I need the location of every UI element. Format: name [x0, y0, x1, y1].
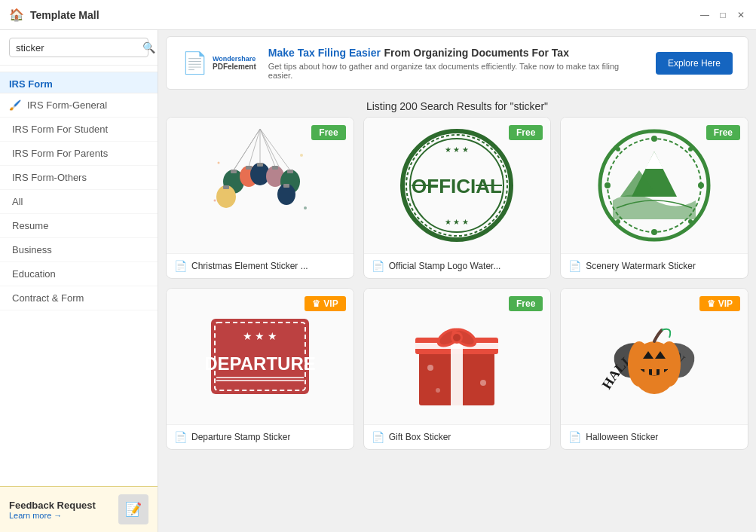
card-scenery-watermark-footer: 📄 Scenery Watermark Sticker	[561, 253, 748, 278]
svg-point-67	[628, 341, 650, 387]
results-heading-text: Listing 200 Search Results for "sticker"	[366, 100, 548, 112]
svg-point-41	[616, 219, 620, 224]
svg-rect-15	[246, 166, 252, 170]
card-christmas-badge: Free	[311, 125, 345, 140]
maximize-button[interactable]: □	[717, 9, 729, 21]
card-scenery-watermark-type-icon: 📄	[568, 260, 581, 272]
main-layout: 🔍 IRS Form 🖌️ IRS Form-General IRS Form …	[0, 30, 756, 532]
card-departure[interactable]: ♛ VIP ★ ★ ★ DEPARTURE	[166, 288, 354, 450]
sidebar-item-irs-student[interactable]: IRS Form For Student	[0, 118, 158, 142]
card-official-stamp-badge: Free	[509, 125, 543, 140]
card-gift[interactable]: Free	[363, 288, 552, 450]
feedback-box: Feedback Request Learn more → 📝	[0, 486, 158, 532]
search-input[interactable]	[16, 42, 142, 54]
banner-subtext: Get tips about how to gather and organiz…	[268, 62, 644, 80]
svg-rect-73	[660, 369, 664, 375]
vip-crown-icon-2: ♛	[707, 298, 715, 309]
feedback-title: Feedback Request	[9, 500, 112, 511]
svg-rect-72	[652, 369, 657, 375]
svg-rect-71	[644, 369, 649, 375]
svg-point-39	[616, 147, 620, 151]
results-header: Listing 200 Search Results for "sticker"	[158, 96, 756, 117]
svg-line-1	[249, 129, 260, 167]
sidebar-section-irs-form[interactable]: IRS Form	[0, 72, 158, 93]
card-official-stamp-title: Official Stamp Logo Water...	[389, 261, 501, 271]
svg-point-35	[651, 136, 657, 142]
card-departure-title: Departure Stamp Sticker	[191, 432, 290, 442]
card-halloween-footer: 📄 Halloween Sticker	[561, 424, 748, 449]
card-halloween-type-icon: 📄	[568, 431, 581, 443]
svg-line-3	[260, 129, 275, 167]
card-departure-footer: 📄 Departure Stamp Sticker	[167, 424, 354, 449]
svg-text:★ ★ ★: ★ ★ ★	[242, 330, 277, 342]
svg-point-68	[658, 341, 681, 387]
svg-point-24	[304, 206, 307, 209]
svg-rect-14	[231, 170, 237, 173]
sidebar-item-contract-form[interactable]: Contract & Form	[0, 286, 158, 310]
feedback-link[interactable]: Learn more →	[9, 511, 112, 520]
card-official-stamp-footer: 📄 Official Stamp Logo Water...	[364, 253, 551, 278]
card-official-stamp[interactable]: Free ★ ★ ★ ★ ★ ★ OFFICIAL	[363, 117, 552, 279]
card-scenery-watermark-badge: Free	[706, 125, 740, 140]
svg-rect-55	[415, 343, 498, 349]
svg-rect-19	[223, 185, 229, 189]
card-scenery-watermark-title: Scenery Watermark Sticker	[586, 261, 696, 271]
search-input-wrap: 🔍	[9, 38, 148, 57]
card-halloween-badge: ♛ VIP	[699, 296, 740, 311]
feedback-image: 📝	[118, 494, 148, 524]
svg-point-64	[436, 388, 440, 393]
svg-rect-20	[283, 184, 289, 188]
feedback-content: Feedback Request Learn more →	[9, 500, 112, 520]
svg-point-63	[480, 380, 486, 386]
banner: 📄 Wondershare PDFelement Make Tax Filing…	[166, 36, 748, 90]
svg-point-62	[427, 365, 433, 371]
sidebar-item-irs-others[interactable]: IRS Form-Others	[0, 166, 158, 190]
card-scenery-watermark[interactable]: Free	[560, 117, 748, 279]
sidebar-item-business[interactable]: Business	[0, 238, 158, 262]
banner-logo-text: Wondershare PDFelement	[213, 55, 256, 71]
banner-logo-area: 📄 Wondershare PDFelement	[182, 50, 256, 75]
card-departure-badge: ♛ VIP	[305, 296, 345, 311]
card-gift-footer: 📄 Gift Box Sticker	[364, 424, 551, 449]
sidebar-item-all[interactable]: All	[0, 190, 158, 214]
svg-point-21	[217, 162, 219, 164]
card-christmas[interactable]: Free	[166, 117, 354, 279]
svg-point-36	[651, 229, 657, 235]
svg-point-22	[300, 154, 303, 157]
vip-crown-icon: ♛	[312, 298, 320, 309]
card-christmas-footer: 📄 Christmas Element Sticker ...	[167, 253, 354, 278]
banner-headline-wrap: Make Tax Filing Easier From Organizing D…	[268, 46, 644, 60]
sidebar: 🔍 IRS Form 🖌️ IRS Form-General IRS Form …	[0, 30, 158, 532]
card-gift-type-icon: 📄	[372, 431, 384, 443]
banner-explore-button[interactable]: Explore Here	[656, 52, 733, 75]
svg-point-37	[604, 182, 611, 188]
irs-general-label: IRS Form-General	[27, 99, 107, 111]
app-icon: 🏠	[9, 8, 24, 22]
title-bar-left: 🏠 Template Mall	[9, 8, 99, 22]
svg-point-61	[453, 334, 461, 341]
sidebar-item-resume[interactable]: Resume	[0, 214, 158, 238]
svg-rect-17	[272, 166, 278, 170]
sidebar-item-education[interactable]: Education	[0, 262, 158, 286]
svg-marker-45	[645, 151, 663, 169]
irs-general-icon: 🖌️	[9, 99, 21, 111]
search-icon[interactable]: 🔍	[142, 41, 155, 54]
minimize-button[interactable]: —	[699, 9, 711, 21]
svg-text:★ ★ ★: ★ ★ ★	[445, 218, 470, 226]
card-gift-title: Gift Box Sticker	[389, 432, 451, 442]
card-departure-type-icon: 📄	[174, 431, 187, 443]
banner-text: Make Tax Filing Easier From Organizing D…	[268, 46, 644, 80]
sidebar-item-irs-parents[interactable]: IRS Form For Parents	[0, 142, 158, 166]
svg-point-42	[688, 219, 693, 224]
banner-headline: Make Tax Filing Easier	[268, 47, 381, 59]
feedback-emoji: 📝	[125, 501, 142, 518]
pdfelement-icon: 📄	[182, 50, 208, 75]
close-button[interactable]: ✕	[735, 9, 747, 21]
card-official-stamp-type-icon: 📄	[372, 260, 384, 272]
grid-area: Free	[158, 117, 756, 532]
svg-point-23	[213, 200, 216, 202]
sidebar-item-irs-general[interactable]: 🖌️ IRS Form-General	[0, 93, 158, 118]
content-area: 📄 Wondershare PDFelement Make Tax Filing…	[158, 30, 756, 532]
banner-logo-line1: Wondershare	[213, 55, 256, 63]
card-halloween[interactable]: ♛ VIP HALLOWEEN	[560, 288, 748, 450]
